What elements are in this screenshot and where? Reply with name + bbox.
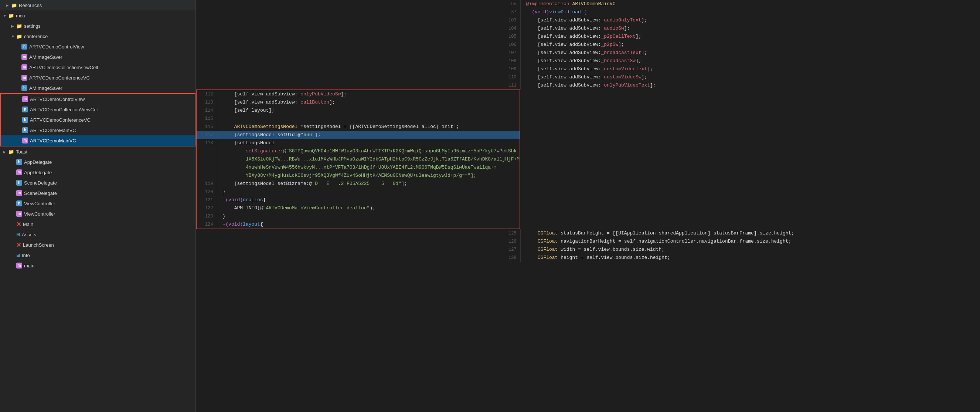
code-line-120: 120 } — [197, 188, 520, 196]
code-line-118c: 1X5XSie0KjTW...RBWu...xlo1MXzWHbJPMvsOza… — [197, 155, 520, 163]
line-content: 4xuwhHeSnVuwnW4556hwkvyN...xtPrVFTa7O3/i… — [217, 163, 520, 172]
sidebar-item-AppDelegate-h[interactable]: h AppDelegate — [0, 157, 196, 167]
h-badge: h — [22, 117, 28, 123]
folder-icon: 📁 — [16, 23, 22, 29]
code-line-128: 128 CGFloat height = self.view.bounds.si… — [196, 254, 980, 262]
chevron-right-icon: ▶ — [3, 150, 8, 154]
line-number: 112 — [197, 90, 217, 98]
line-content: -(void)dealloc{ — [217, 196, 520, 204]
sidebar-item-Main[interactable]: ✕ Main — [0, 219, 196, 229]
line-content: } — [217, 212, 520, 220]
sidebar-item-LaunchScreen[interactable]: ✕ LaunchScreen — [0, 240, 196, 250]
line-content: [self.view addSubview:_audioOnlyText]; — [520, 16, 980, 24]
m-badge: m — [22, 137, 28, 144]
sidebar-item-label: conference — [24, 34, 48, 39]
code-line-110: 110 [self.view addSubview:_customVideoSw… — [196, 73, 980, 81]
code-content: 55 @implementation ARTVCDemoMainVC 37 - … — [196, 0, 980, 262]
line-content: [self.view addSubview:_customVideoText]; — [520, 65, 980, 73]
line-number: 55 — [196, 0, 520, 8]
sidebar-item-AppDelegate-m[interactable]: m AppDelegate — [0, 167, 196, 177]
sidebar-item-label: ARTVCDemoMainVC — [30, 128, 76, 133]
sidebar-item-ARTVCDemoConferenceVC-m[interactable]: m ARTVCDemoConferenceVC — [0, 72, 196, 83]
line-number: 103 — [196, 16, 520, 24]
code-line-123: 123 } — [197, 212, 520, 220]
sidebar-item-label: ARTVCDemoConferenceVC — [30, 117, 91, 123]
line-content — [217, 115, 520, 123]
sidebar-item-label: ARTVCDemoCollectionViewCell — [30, 107, 99, 112]
line-content: [self.view addSubview:_audioSw]; — [520, 24, 980, 32]
chevron-right-icon: ▶ — [11, 24, 16, 28]
sidebar-item-ARTVCDemoControlView-m2[interactable]: m ARTVCDemoControlView — [1, 94, 195, 104]
m-badge: m — [16, 190, 22, 196]
line-number: 114 — [197, 107, 217, 115]
sidebar-item-label: AMImageSaver — [29, 85, 62, 91]
code-line-109: 109 [self.view addSubview:_customVideoTe… — [196, 65, 980, 73]
line-content: CGFloat navigationBarHeight = self.navig… — [520, 238, 980, 246]
line-number: 126 — [196, 238, 520, 246]
m-badge: m — [16, 211, 22, 217]
code-line-117: 117 [settingsModel setUid:@"666"]; — [197, 131, 520, 139]
line-number: 115 — [197, 115, 217, 123]
sidebar-item-settings[interactable]: ▶ 📁 settings — [0, 21, 196, 31]
code-line-118: 118 [settingsModel — [197, 139, 520, 147]
folder-icon: 📁 — [11, 3, 17, 8]
line-number — [197, 155, 217, 163]
line-number: 108 — [196, 57, 520, 65]
sidebar-item-label: AppDelegate — [24, 170, 52, 175]
sidebar-item-ARTVCDemoCollectionViewCell-h2[interactable]: h ARTVCDemoCollectionViewCell — [1, 104, 195, 115]
sidebar-item-conference[interactable]: ▼ 📁 conference — [0, 31, 196, 42]
sidebar-item-ARTVCDemoControlView-h[interactable]: h ARTVCDemoControlView — [0, 42, 196, 52]
code-editor[interactable]: 55 @implementation ARTVCDemoMainVC 37 - … — [196, 0, 980, 412]
line-content: [settingsModel setUid:@"666"]; — [217, 131, 520, 139]
line-content: [self.view addSubview:_onlyPubVideoSw]; — [217, 90, 520, 98]
line-number: 105 — [196, 32, 520, 41]
sidebar-item-ARTVCDemoConferenceVC-h2[interactable]: h ARTVCDemoConferenceVC — [1, 115, 195, 125]
sidebar-item-ARTVCDemoCollectionViewCell-m[interactable]: m ARTVCDemoCollectionViewCell — [0, 62, 196, 72]
sidebar-item-Info[interactable]: ⊞ Info — [0, 250, 196, 260]
line-content: YBXy88v+M4ygHusLcK06svjr95XQ3VgWf4ZUv4So… — [217, 172, 520, 180]
sidebar-item-ARTVCDemoMainVC-m[interactable]: m ARTVCDemoMainVC — [1, 135, 195, 146]
x-badge: ✕ — [16, 241, 21, 249]
line-number: 113 — [197, 98, 217, 107]
sidebar-item-label: ARTVCDemoControlView — [29, 44, 84, 50]
sidebar-item-AMImageSaver-h2[interactable]: h AMImageSaver — [0, 83, 196, 93]
sidebar-item-ARTVCDemoMainVC-h[interactable]: h ARTVCDemoMainVC — [1, 125, 195, 135]
sidebar-item-label: ARTVCDemoMainVC — [30, 138, 76, 144]
code-line-119: 119 [settingsModel setBizname:@"D E .2 F… — [197, 180, 520, 188]
code-line-118d: 4xuwhHeSnVuwnW4556hwkvyN...xtPrVFTa7O3/i… — [197, 163, 520, 172]
code-line-127: 127 CGFloat width = self.view.bounds.siz… — [196, 246, 980, 254]
line-content: [self layout]; — [217, 107, 520, 115]
code-line-125: 125 CGFloat statusBarHeight = [[UIApplic… — [196, 229, 980, 238]
m-badge: m — [22, 96, 28, 102]
sidebar-item-SceneDelegate-m[interactable]: m SceneDelegate — [0, 188, 196, 198]
sidebar-item-label: Toast — [16, 149, 27, 155]
line-number: 111 — [196, 81, 520, 89]
line-content: CGFloat width = self.view.bounds.size.wi… — [520, 246, 980, 254]
sidebar: ▶ 📁 Resources ▼ 📁 mcu ▶ 📁 settings ▼ 📁 c… — [0, 0, 196, 412]
sidebar-item-Assets[interactable]: ⊞ Assets — [0, 229, 196, 240]
code-line-122: 122 APM_INFO(@"ARTVCDemoMainViewControll… — [197, 204, 520, 212]
sidebar-item-label: ViewController — [24, 211, 55, 217]
folder-icon: 📁 — [8, 149, 14, 155]
sidebar-item-ViewController-h[interactable]: h ViewController — [0, 198, 196, 209]
line-content: [self.view addSubview:_p2pSw]; — [520, 41, 980, 49]
h-badge: h — [22, 127, 28, 133]
sidebar-item-SceneDelegate-h[interactable]: h SceneDelegate — [0, 177, 196, 188]
h-badge: h — [21, 85, 27, 91]
sidebar-item-ViewController-m[interactable]: m ViewController — [0, 209, 196, 219]
sidebar-item-Toast[interactable]: ▶ 📁 Toast — [0, 147, 196, 157]
code-line-116: 116 ARTVCDemoSettingsModel *settingsMode… — [197, 123, 520, 131]
sidebar-item-mcu[interactable]: ▼ 📁 mcu — [0, 10, 196, 21]
sidebar-item-label: SceneDelegate — [24, 190, 57, 196]
sidebar-item-label: Main — [23, 222, 33, 227]
sidebar-item-AMImageSaver-m[interactable]: m AMImageSaver — [0, 52, 196, 62]
line-number: 122 — [197, 204, 217, 212]
sidebar-item-main-m[interactable]: m main — [0, 260, 196, 271]
code-line-106: 106 [self.view addSubview:_p2pSw]; — [196, 41, 980, 49]
code-line-118b: setSignature:@"SGTPQawuQVHO4c1MWfWIuyG3k… — [197, 147, 520, 155]
line-content: setSignature:@"SGTPQawuQVHO4c1MWfWIuyG3k… — [217, 147, 520, 155]
sidebar-item-resources[interactable]: ▶ 📁 Resources — [0, 0, 196, 10]
h-badge: h — [16, 200, 22, 206]
line-content: APM_INFO(@"ARTVCDemoMainViewController d… — [217, 204, 520, 212]
line-number: 109 — [196, 65, 520, 73]
